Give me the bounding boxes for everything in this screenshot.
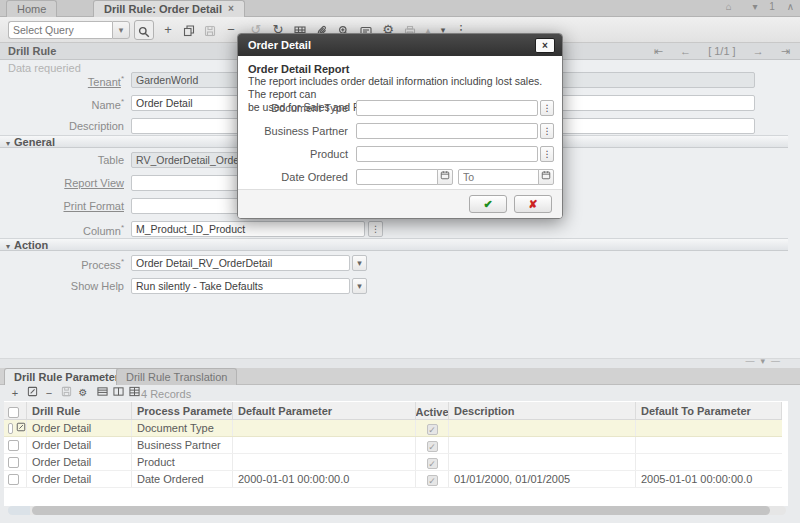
save-icon bbox=[200, 20, 220, 40]
dialog-header[interactable]: Order Detail × bbox=[238, 34, 562, 56]
field-row-process: Process* ▾ bbox=[0, 255, 800, 272]
print-format-label[interactable]: Print Format bbox=[63, 200, 124, 212]
date-from-input[interactable] bbox=[356, 169, 438, 185]
col-header-default-to-parameter[interactable]: Default To Parameter bbox=[636, 402, 782, 419]
document-type-input[interactable] bbox=[356, 100, 538, 116]
active-checkbox: ✓ bbox=[427, 441, 438, 452]
quick-form-icon[interactable] bbox=[94, 386, 110, 400]
row-checkbox[interactable] bbox=[8, 457, 19, 468]
active-checkbox: ✓ bbox=[427, 475, 438, 486]
select-query-input[interactable] bbox=[8, 21, 112, 39]
row-checkbox[interactable] bbox=[8, 440, 19, 451]
tenant-label: Tenant bbox=[88, 76, 121, 88]
window-list-dropdown[interactable]: ▾ 1 bbox=[744, 1, 775, 12]
record-navigation: ⇤ ← [ 1/1 ] → ⇥ bbox=[640, 43, 790, 59]
dialog-row-product: Product ⋮ bbox=[248, 146, 554, 162]
active-checkbox: ✓ bbox=[427, 424, 438, 435]
document-type-label: Document Type bbox=[248, 102, 348, 114]
delete-row-icon[interactable]: − bbox=[41, 386, 57, 400]
next-record-icon[interactable]: → bbox=[753, 45, 764, 57]
home-icon[interactable]: ⌂ bbox=[726, 1, 732, 12]
date-to-input[interactable] bbox=[458, 169, 539, 185]
col-header-default-parameter[interactable]: Default Parameter bbox=[233, 402, 416, 419]
calendar-icon[interactable] bbox=[538, 169, 554, 185]
col-header-active[interactable]: Active bbox=[416, 402, 449, 419]
business-partner-input[interactable] bbox=[356, 123, 538, 139]
close-tab-icon[interactable]: × bbox=[228, 3, 234, 14]
add-row-icon[interactable]: + bbox=[7, 386, 23, 400]
show-help-input[interactable] bbox=[131, 278, 350, 294]
find-icon[interactable] bbox=[134, 20, 154, 40]
ok-button[interactable]: ✔ bbox=[469, 195, 507, 213]
scrollbar-frozen-segment bbox=[8, 506, 30, 515]
row-checkbox[interactable] bbox=[8, 423, 13, 434]
caret-down-icon: ▾ bbox=[753, 1, 758, 12]
document-type-search-kebab-icon[interactable]: ⋮ bbox=[540, 100, 554, 116]
product-label: Product bbox=[248, 148, 348, 160]
tab-drill-rule-parameter[interactable]: Drill Rule Parameter bbox=[4, 368, 129, 385]
table-label: Table bbox=[98, 154, 124, 166]
business-partner-search-kebab-icon[interactable]: ⋮ bbox=[540, 123, 554, 139]
column-search-kebab-icon[interactable]: ⋮ bbox=[368, 221, 383, 237]
edit-row-pencil-icon[interactable] bbox=[16, 422, 26, 434]
table-row[interactable]: Order Detail Date Ordered 2000-01-01 00:… bbox=[4, 471, 782, 488]
row-checkbox[interactable] bbox=[8, 474, 19, 485]
splitter-grip-icon[interactable]: ―▾― bbox=[745, 356, 786, 366]
dialog-row-date-ordered: Date Ordered bbox=[248, 169, 554, 185]
description-label: Description bbox=[69, 120, 124, 132]
business-partner-label: Business Partner bbox=[248, 125, 348, 137]
col-header-process-parameter[interactable]: Process Parameter bbox=[132, 402, 233, 419]
show-help-dropdown-icon[interactable]: ▾ bbox=[352, 278, 367, 294]
table-header-row: Drill Rule Process Parameter Default Par… bbox=[4, 402, 782, 420]
dialog-body: Order Detail Report The report includes … bbox=[248, 56, 554, 189]
panel-title: Drill Rule bbox=[8, 45, 56, 57]
dialog-close-icon[interactable]: × bbox=[535, 38, 555, 53]
select-query-dropdown-icon[interactable]: ▾ bbox=[112, 21, 130, 39]
collapse-section-icon: ▾ bbox=[6, 241, 10, 253]
report-view-label[interactable]: Report View bbox=[64, 177, 124, 189]
collapse-header-icon[interactable]: ∧ bbox=[787, 1, 794, 12]
field-row-show-help: Show Help ▾ bbox=[0, 278, 800, 295]
idempiere-window: Home Drill Rule: Order Detail× ⌂ ▾ 1 ∧ ▾… bbox=[0, 0, 800, 523]
save-row-icon bbox=[58, 386, 74, 400]
edit-row-icon[interactable] bbox=[24, 386, 40, 400]
dialog-title: Order Detail bbox=[248, 39, 311, 51]
horizontal-scrollbar[interactable] bbox=[8, 506, 786, 515]
new-record-icon[interactable]: + bbox=[158, 20, 178, 40]
grid-view-icon[interactable] bbox=[126, 386, 142, 400]
toggle-layout-icon[interactable] bbox=[110, 386, 126, 400]
check-icon: ✔ bbox=[483, 198, 492, 210]
tab-home[interactable]: Home bbox=[6, 0, 57, 17]
select-all-checkbox[interactable] bbox=[8, 407, 19, 418]
cancel-button[interactable]: ✘ bbox=[514, 195, 552, 213]
active-checkbox: ✓ bbox=[427, 458, 438, 469]
dialog-footer: ✔ ✘ bbox=[238, 189, 562, 218]
detail-panel: Drill Rule Parameter Drill Rule Translat… bbox=[0, 368, 800, 523]
product-search-kebab-icon[interactable]: ⋮ bbox=[540, 146, 554, 162]
calendar-icon[interactable] bbox=[437, 169, 453, 185]
tab-drill-rule[interactable]: Drill Rule: Order Detail× bbox=[93, 0, 245, 17]
record-position: [ 1/1 ] bbox=[708, 45, 736, 57]
last-record-icon[interactable]: ⇥ bbox=[781, 45, 790, 57]
report-title: Order Detail Report bbox=[248, 63, 554, 75]
col-header-drill-rule[interactable]: Drill Rule bbox=[27, 402, 132, 419]
process-dropdown-icon[interactable]: ▾ bbox=[352, 255, 367, 271]
table-row[interactable]: Order Detail Product ✓ bbox=[4, 454, 782, 471]
copy-record-icon[interactable] bbox=[179, 20, 199, 40]
tab-drill-rule-translation[interactable]: Drill Rule Translation bbox=[116, 368, 237, 385]
section-action[interactable]: ▾Action bbox=[0, 238, 788, 251]
parameter-table: Drill Rule Process Parameter Default Par… bbox=[4, 402, 782, 488]
customize-grid-icon[interactable]: ⚙ bbox=[75, 386, 91, 400]
table-row[interactable]: Order Detail Document Type ✓ bbox=[4, 420, 782, 437]
column-input[interactable] bbox=[131, 221, 365, 237]
record-count: 4 Records bbox=[141, 388, 191, 400]
detail-toolbar: + − ⚙ 4 Records bbox=[0, 385, 800, 401]
process-input[interactable] bbox=[131, 255, 350, 271]
previous-record-icon[interactable]: ← bbox=[680, 45, 691, 57]
scrollbar-thumb[interactable] bbox=[32, 506, 770, 515]
first-record-icon[interactable]: ⇤ bbox=[654, 45, 663, 57]
table-row[interactable]: Order Detail Business Partner ✓ bbox=[4, 437, 782, 454]
col-header-description[interactable]: Description bbox=[449, 402, 636, 419]
panel-splitter[interactable]: ―▾― bbox=[0, 358, 800, 368]
product-input[interactable] bbox=[356, 146, 538, 162]
